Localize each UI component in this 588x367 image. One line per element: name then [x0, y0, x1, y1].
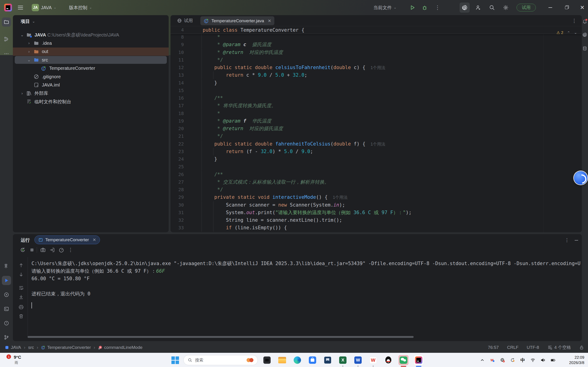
caret-position[interactable]: 76:57 — [488, 345, 499, 350]
taskbar-app-file-explorer[interactable] — [277, 355, 287, 365]
tray-volume-button[interactable] — [540, 357, 546, 363]
taskbar-app-excel[interactable]: X — [338, 355, 348, 365]
tab-temperatureconverter-java[interactable]: C TemperatureConverter.java ✕ — [200, 16, 274, 25]
tree-item-out[interactable]: ›out — [13, 48, 169, 56]
project-panel-header[interactable]: 项目 ⌄ — [21, 18, 35, 25]
tool-more-button[interactable] — [2, 49, 11, 58]
tab-options-button[interactable]: ⋮ — [572, 18, 577, 24]
tray-wifi-button[interactable] — [530, 357, 536, 363]
project-widget[interactable]: JA JAVA ⌄ — [32, 0, 57, 15]
breadcrumb-java[interactable]: JAVA — [5, 345, 21, 350]
tool-database-button[interactable] — [582, 45, 588, 51]
breadcrumb-src[interactable]: src — [28, 345, 34, 350]
taskbar-app-wps[interactable]: W — [368, 355, 378, 365]
ime-indicator[interactable]: 中 — [520, 357, 526, 363]
tree-item-temperatureconverter[interactable]: CTemperatureConverter — [13, 64, 169, 73]
usage-inlay-hint[interactable]: 1个用法 — [333, 195, 347, 200]
unlock-icon[interactable] — [579, 345, 584, 350]
tool-structure-button[interactable] — [2, 34, 11, 44]
horizontal-scrollbar[interactable] — [27, 336, 414, 338]
tool-notifications-button[interactable] — [582, 18, 588, 24]
code-line-26[interactable]: 26 /** — [171, 171, 582, 178]
tree-item-idea[interactable]: ›.idea — [13, 39, 169, 47]
code-line-30[interactable]: 30 Scanner scanner = new Scanner(System.… — [171, 201, 582, 209]
taskbar-app-edge[interactable] — [292, 355, 303, 365]
close-tab-icon[interactable]: ✕ — [268, 18, 271, 23]
tool-problems-button[interactable] — [2, 318, 11, 328]
tray-chevron-up-button[interactable] — [480, 357, 485, 363]
tree-item-javaiml[interactable]: JAVA.iml — [13, 81, 169, 89]
tool-terminal-button[interactable] — [2, 304, 11, 314]
code-line-33[interactable]: 33 if (line.isEmpty()) { — [171, 224, 582, 232]
taskbar-app-word[interactable]: W — [353, 355, 363, 365]
code-line-12[interactable]: 12 public static double celsiusToFahrenh… — [171, 64, 582, 71]
code-with-me-button[interactable] — [475, 0, 481, 15]
tree-item-gitignore[interactable]: .gitignore — [13, 73, 169, 81]
taskbar-clock[interactable]: 22:09 2026/3/8 — [569, 355, 584, 365]
tool-project-button[interactable] — [2, 17, 11, 27]
next-occurrence-button[interactable] — [18, 272, 24, 277]
code-line-21[interactable]: 21 */ — [171, 133, 582, 140]
chevron-right-icon[interactable]: › — [20, 91, 24, 96]
next-problem-icon[interactable]: ⌄ — [574, 31, 577, 35]
tree-item-src[interactable]: ⌄src — [13, 56, 169, 64]
code-line-31[interactable]: 31 System.out.print("请输入要转换的温度与单位（例如 36.… — [171, 209, 582, 217]
taskbar-app-idea[interactable] — [414, 355, 424, 365]
taskbar-search[interactable]: 搜索 — [183, 355, 258, 365]
inspection-widget[interactable]: ⚠2 ⌃ ⌄ — [556, 30, 577, 35]
run-button[interactable] — [409, 0, 415, 15]
more-actions-button[interactable]: ⋮ — [435, 0, 440, 15]
chevron-down-icon[interactable]: ⌄ — [27, 58, 31, 62]
taskbar-app-wechat[interactable] — [398, 355, 408, 365]
scroll-to-end-button[interactable] — [18, 294, 24, 300]
tree-item-item[interactable]: 临时文件和控制台 — [13, 98, 169, 106]
settings-button[interactable] — [503, 0, 509, 15]
tool-services-button[interactable] — [2, 290, 11, 299]
tool-git-branch-button[interactable] — [2, 333, 11, 342]
line-ending[interactable]: CRLF — [507, 345, 519, 350]
indent-setting[interactable]: 4 个空格 — [547, 344, 571, 350]
tool-ai-assistant-button[interactable] — [582, 32, 588, 38]
code-line-32[interactable]: 32 String line = scanner.nextLine().trim… — [171, 217, 582, 224]
trial-button[interactable]: 试用 — [517, 0, 536, 15]
ai-assistant-floating-button[interactable] — [574, 171, 587, 184]
code-line-19[interactable]: 19 * @param f 华氏温度 — [171, 117, 582, 125]
search-everywhere-button[interactable] — [489, 0, 495, 15]
taskbar-app-flag[interactable] — [323, 355, 333, 365]
print-button[interactable] — [18, 304, 24, 310]
code-line-22[interactable]: 22 public static double fahrenheitToCels… — [171, 140, 582, 148]
sticky-line[interactable]: 4public class TemperatureConverter { — [171, 26, 582, 34]
code-line-9[interactable]: 9 * @param c 摄氏温度 — [171, 41, 582, 49]
code-line-13[interactable]: 13 return c * 9.0 / 5.0 + 32.0; — [171, 71, 582, 79]
search-highlight-icon[interactable] — [248, 358, 253, 362]
file-encoding[interactable]: UTF-8 — [527, 345, 539, 350]
code-editor[interactable]: 8 *9 * @param c 摄氏温度10 * @return 对应的华氏温度… — [171, 34, 582, 232]
chevron-right-icon[interactable]: › — [27, 41, 31, 45]
prev-problem-icon[interactable]: ⌃ — [567, 31, 570, 35]
taskbar-app-qq[interactable] — [383, 355, 393, 365]
run-config-selector[interactable]: 当前文件 ⌄ — [373, 0, 397, 15]
taskbar-app-dark-app[interactable] — [262, 355, 272, 365]
debug-button[interactable] — [422, 0, 428, 15]
tree-item-item[interactable]: ›外部库 — [13, 89, 169, 98]
breadcrumb-temperatureconverter[interactable]: CTemperatureConverter — [41, 345, 91, 350]
chevron-down-icon[interactable]: ⌄ — [20, 33, 24, 37]
clear-all-button[interactable] — [18, 314, 24, 319]
tray-sync-button[interactable] — [510, 357, 515, 363]
code-line-25[interactable]: 25 — [171, 163, 582, 171]
code-line-23[interactable]: 23 return (f - 32.0) * 5.0 / 9.0; — [171, 148, 582, 155]
vcs-widget[interactable]: 版本控制 ⌄ — [69, 0, 92, 15]
code-line-14[interactable]: 14 } — [171, 79, 582, 87]
code-line-16[interactable]: 16 /** — [171, 94, 582, 102]
usage-inlay-hint[interactable]: 1个用法 — [371, 65, 385, 70]
code-line-24[interactable]: 24 } — [171, 155, 582, 163]
minimize-button[interactable] — [545, 0, 556, 15]
code-line-11[interactable]: 11 */ — [171, 56, 582, 64]
start-button[interactable] — [170, 355, 180, 365]
code-line-18[interactable]: 18 * — [171, 110, 582, 117]
soft-wrap-button[interactable] — [18, 285, 24, 291]
main-menu-button[interactable] — [18, 0, 23, 15]
code-line-29[interactable]: 29 private static void interactiveMode()… — [171, 193, 582, 201]
tool-run-button[interactable] — [2, 276, 11, 285]
rerun-button[interactable] — [20, 247, 26, 253]
